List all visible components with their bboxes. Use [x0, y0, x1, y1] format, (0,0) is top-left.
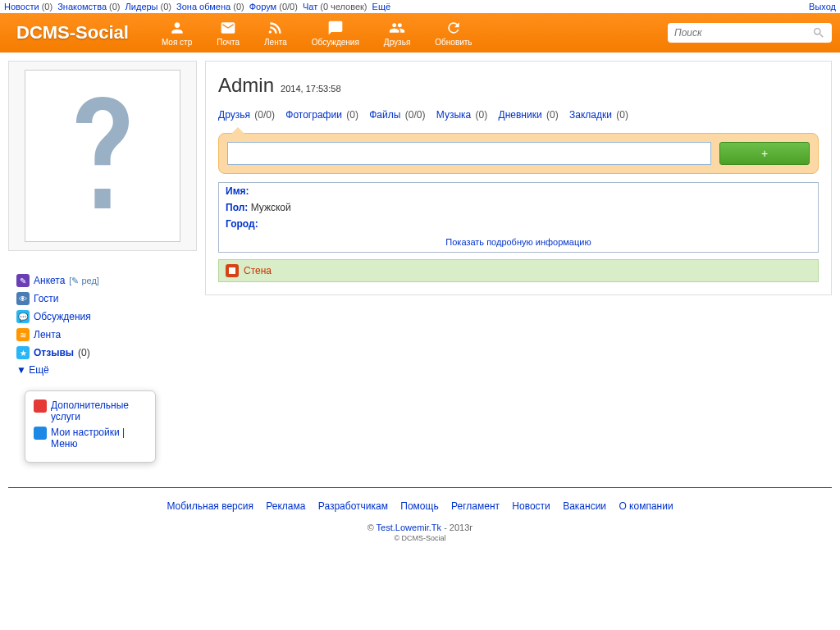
nav-friends-label: Друзья — [384, 38, 410, 47]
topbar-forum[interactable]: Форум — [249, 2, 276, 11]
topbar-forum-count: (0/0) — [279, 2, 298, 11]
wall-link[interactable]: Стена — [244, 265, 272, 276]
nav-refresh-label: Обновить — [435, 38, 472, 47]
status-input[interactable] — [227, 142, 711, 165]
topbar-leaders[interactable]: Лидеры — [126, 2, 158, 11]
topbar-left: Новости (0) Знакомства (0) Лидеры (0) Зо… — [4, 2, 390, 11]
footer-devs[interactable]: Разработчикам — [318, 500, 388, 512]
pnav-diaries[interactable]: Дневники — [499, 109, 542, 121]
logout-link[interactable]: Выход — [809, 2, 836, 11]
info-name-label: Имя: — [226, 185, 249, 197]
search-input[interactable] — [674, 27, 812, 39]
settings-icon — [34, 427, 47, 440]
main-content: ✎ Анкета [✎ ред] 👁 Гости 💬 Обсуждения ≋ … — [0, 52, 840, 471]
footer-divider — [8, 487, 832, 488]
topbar-chat[interactable]: Чат — [303, 2, 317, 11]
nav-discussions[interactable]: Обсуждения — [312, 20, 359, 47]
topbar-news[interactable]: Новости — [4, 2, 39, 11]
menu-feed-label[interactable]: Лента — [34, 329, 61, 340]
nav-mail-label: Почта — [217, 38, 240, 47]
pnav-friends-count: (0/0) — [254, 109, 275, 121]
topbar-exchange[interactable]: Зона обмена — [176, 2, 231, 11]
copyright-sub: © DCMS-Social — [394, 534, 445, 542]
footer-rules[interactable]: Регламент — [451, 500, 500, 512]
status-submit-button[interactable]: + — [719, 142, 810, 165]
pnav-bookmarks[interactable]: Закладки — [569, 109, 612, 121]
footer-help[interactable]: Помощь — [400, 500, 438, 512]
menu-discussions[interactable]: 💬 Обсуждения — [16, 308, 189, 326]
show-more-link[interactable]: Показать подробную информацию — [445, 237, 591, 247]
services-icon — [34, 399, 47, 413]
pnav-music[interactable]: Музыка — [436, 109, 471, 121]
profile-nav: Друзья (0/0) Фотографии (0) Файлы (0/0) … — [206, 105, 831, 129]
info-gender-value: Мужской — [251, 202, 291, 213]
footer-about[interactable]: О компании — [619, 500, 673, 512]
avatar-box — [8, 61, 197, 251]
menu-profile-edit[interactable]: [✎ ред] — [69, 276, 99, 286]
menu-profile[interactable]: ✎ Анкета [✎ ред] — [16, 272, 189, 290]
nav-friends[interactable]: Друзья — [384, 20, 410, 47]
menu-guests[interactable]: 👁 Гости — [16, 290, 189, 308]
menu-reviews-label[interactable]: Отзывы — [34, 347, 74, 358]
popup-settings[interactable]: Мои настройки | Меню — [34, 427, 147, 450]
popup-settings-label[interactable]: Мои настройки — [51, 427, 120, 438]
topbar-right: Выход — [809, 2, 836, 11]
topbar-dating[interactable]: Знакомства — [57, 2, 107, 11]
copy-pre: © — [368, 523, 377, 532]
header: DCMS-Social Моя стр Почта Лента Обсужден… — [0, 13, 840, 52]
footer-links: Мобильная версия Реклама Разработчикам П… — [0, 496, 840, 516]
popup-menu: Дополнительные услуги Мои настройки | Ме… — [25, 390, 156, 463]
search-icon[interactable] — [812, 26, 825, 39]
popup-extra-services[interactable]: Дополнительные услуги — [34, 399, 147, 422]
topbar-chat-count: (0 человек) — [320, 2, 367, 11]
user-icon — [169, 20, 185, 36]
pnav-files[interactable]: Файлы — [369, 109, 400, 121]
copy-post: - 2013г — [441, 523, 472, 532]
menu-guests-label[interactable]: Гости — [34, 293, 59, 304]
wall-icon — [226, 264, 239, 277]
footer-news[interactable]: Новости — [512, 500, 550, 512]
menu-discussions-label[interactable]: Обсуждения — [34, 311, 91, 322]
info-city-row: Город: — [219, 216, 818, 232]
popup-sep: | — [120, 427, 125, 438]
footer-ads[interactable]: Реклама — [266, 500, 305, 512]
chat-icon — [327, 20, 344, 36]
site-link[interactable]: Test.Lowemir.Tk — [377, 523, 441, 532]
info-gender-label: Пол: — [226, 202, 248, 213]
topbar-more[interactable]: Ещё — [372, 2, 391, 11]
pnav-photos[interactable]: Фотографии — [285, 109, 342, 121]
menu-more[interactable]: ▼ Ещё — [16, 362, 189, 378]
info-name-row: Имя: — [219, 183, 818, 199]
pnav-bookmarks-count: (0) — [616, 109, 628, 121]
menu-profile-label[interactable]: Анкета — [34, 275, 65, 286]
pnav-music-count: (0) — [476, 109, 488, 121]
wall-row[interactable]: Стена — [218, 259, 819, 282]
left-column: ✎ Анкета [✎ ред] 👁 Гости 💬 Обсуждения ≋ … — [8, 61, 197, 463]
top-bar: Новости (0) Знакомства (0) Лидеры (0) Зо… — [0, 0, 840, 13]
right-column: Admin 2014, 17:53:58 Друзья (0/0) Фотогр… — [205, 61, 832, 295]
nav-feed-label: Лента — [264, 38, 287, 47]
search-box[interactable] — [668, 23, 832, 43]
menu-feed[interactable]: ≋ Лента — [16, 326, 189, 344]
friends-icon — [389, 20, 405, 36]
pnav-friends[interactable]: Друзья — [218, 109, 250, 121]
refresh-icon — [445, 20, 462, 36]
logo[interactable]: DCMS-Social — [16, 22, 129, 43]
show-more-row: Показать подробную информацию — [219, 232, 818, 252]
mail-icon — [220, 20, 236, 36]
nav-mypage[interactable]: Моя стр — [162, 20, 192, 47]
pnav-files-count: (0/0) — [405, 109, 426, 121]
nav-refresh[interactable]: Обновить — [435, 20, 472, 47]
footer-jobs[interactable]: Вакансии — [563, 500, 606, 512]
footer-mobile[interactable]: Мобильная версия — [167, 500, 253, 512]
nav-feed[interactable]: Лента — [264, 20, 287, 47]
eye-icon: 👁 — [16, 292, 30, 305]
pnav-diaries-count: (0) — [546, 109, 559, 121]
popup-menu-label[interactable]: Меню — [51, 438, 77, 450]
profile-icon: ✎ — [16, 274, 30, 287]
menu-reviews[interactable]: ★ Отзывы (0) — [16, 344, 189, 362]
nav-mail[interactable]: Почта — [217, 20, 240, 47]
side-menu: ✎ Анкета [✎ ред] 👁 Гости 💬 Обсуждения ≋ … — [8, 267, 197, 382]
popup-extra-label[interactable]: Дополнительные услуги — [51, 399, 147, 422]
topbar-exchange-count: (0) — [233, 2, 244, 11]
